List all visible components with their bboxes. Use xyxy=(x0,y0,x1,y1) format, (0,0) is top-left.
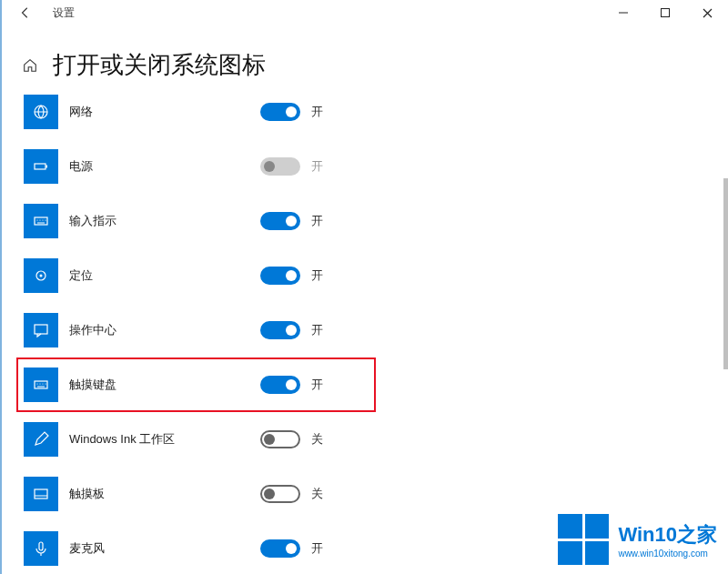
window-controls xyxy=(602,0,728,25)
window-title: 设置 xyxy=(53,5,75,21)
toggle-state-label: 开 xyxy=(311,213,323,229)
setting-row: 输入指示开 xyxy=(24,194,710,248)
setting-label: 麦克风 xyxy=(69,540,260,557)
toggle-state-label: 开 xyxy=(311,158,323,175)
setting-row: 网络开 xyxy=(24,85,710,139)
svg-rect-1 xyxy=(662,9,670,17)
toggle-switch xyxy=(260,157,300,176)
toggle-switch[interactable] xyxy=(260,376,300,394)
message-icon xyxy=(24,313,58,347)
setting-row: 电源开 xyxy=(24,139,710,194)
toggle-switch[interactable] xyxy=(260,103,300,121)
keyboard-icon xyxy=(24,204,58,238)
setting-row: 定位开 xyxy=(24,248,710,303)
setting-label: 定位 xyxy=(69,267,260,284)
toggle-state-label: 开 xyxy=(311,267,323,284)
windows-logo-icon xyxy=(558,514,609,565)
settings-list: 网络开电源开输入指示开定位开操作中心开触摸键盘开Windows Ink 工作区关… xyxy=(0,85,728,574)
battery-icon xyxy=(24,149,58,184)
watermark-title: Win10之家 xyxy=(618,521,717,549)
toggle-switch[interactable] xyxy=(260,485,300,503)
setting-label: 输入指示 xyxy=(69,213,260,229)
toggle-switch[interactable] xyxy=(260,321,300,339)
toggle-state-label: 关 xyxy=(311,431,323,448)
toggle-state-label: 开 xyxy=(311,322,323,338)
watermark-url: www.win10xitong.com xyxy=(618,549,717,559)
setting-label: 触摸板 xyxy=(69,486,260,502)
locate-icon xyxy=(24,258,58,293)
titlebar: 设置 xyxy=(0,0,728,25)
close-button[interactable] xyxy=(686,0,728,25)
toggle-state-label: 开 xyxy=(311,104,323,120)
touchpad-icon xyxy=(24,477,58,511)
setting-label: 操作中心 xyxy=(69,322,260,338)
toggle-switch[interactable] xyxy=(260,267,300,285)
setting-row: 操作中心开 xyxy=(24,303,710,357)
page-title: 打开或关闭系统图标 xyxy=(53,49,266,81)
minimize-button[interactable] xyxy=(602,0,644,25)
toggle-switch[interactable] xyxy=(260,539,300,558)
watermark: Win10之家 www.win10xitong.com xyxy=(558,514,717,565)
setting-label: 网络 xyxy=(69,104,260,120)
scrollbar[interactable] xyxy=(723,178,728,369)
mic-icon xyxy=(24,531,58,566)
back-button[interactable] xyxy=(16,4,35,22)
toggle-state-label: 开 xyxy=(311,377,323,393)
toggle-state-label: 关 xyxy=(311,486,323,502)
maximize-button[interactable] xyxy=(644,0,686,25)
page-header: 打开或关闭系统图标 xyxy=(0,49,728,81)
setting-row: 触摸板关 xyxy=(24,467,710,521)
setting-row: Windows Ink 工作区关 xyxy=(24,412,710,467)
keyboard-icon xyxy=(24,368,58,402)
setting-label: 触摸键盘 xyxy=(69,377,260,393)
setting-row: 触摸键盘开 xyxy=(16,357,376,412)
setting-label: Windows Ink 工作区 xyxy=(69,431,260,448)
globe-icon xyxy=(24,95,58,129)
pen-icon xyxy=(24,422,58,457)
home-icon[interactable] xyxy=(20,55,40,76)
toggle-state-label: 开 xyxy=(311,540,323,557)
toggle-switch[interactable] xyxy=(260,212,300,230)
setting-label: 电源 xyxy=(69,158,260,175)
toggle-switch[interactable] xyxy=(260,430,300,448)
